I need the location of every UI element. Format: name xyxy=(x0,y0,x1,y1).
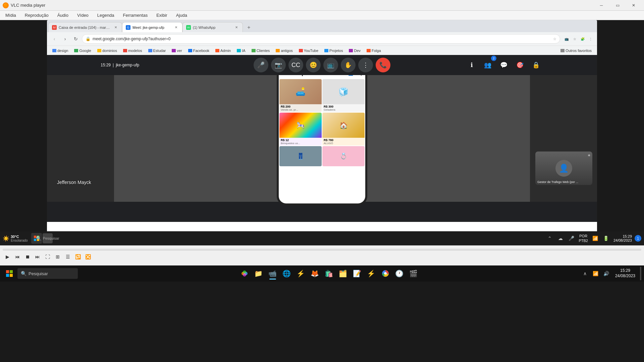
whatsapp-favicon: W xyxy=(186,25,191,30)
taskbar-files[interactable]: 📁 xyxy=(252,267,265,280)
notification-badge[interactable]: 1 xyxy=(635,235,641,242)
windows-clock[interactable]: 15:29 24/08/2023 xyxy=(612,268,638,279)
taskbar-webstorm[interactable]: ⚡ xyxy=(365,267,378,280)
taskbar-clock[interactable]: 🕐 xyxy=(393,267,406,280)
taskbar-vlc[interactable]: 🎬 xyxy=(407,267,420,280)
ext-star[interactable]: ☆ xyxy=(571,35,578,43)
vlc-playlist-button[interactable]: ☰ xyxy=(63,252,72,261)
vlc-menu-media[interactable]: Mídia xyxy=(1,11,20,19)
tray-battery[interactable]: 🔋 xyxy=(601,234,611,243)
forward-button[interactable]: › xyxy=(60,34,70,44)
bookmark-folga[interactable]: Folga xyxy=(364,48,384,53)
bookmark-ia[interactable]: IA xyxy=(234,48,248,53)
windows-search-bar[interactable]: 🔍 Pesquisar xyxy=(17,268,78,279)
more-options-button[interactable]: ⋮ xyxy=(358,58,373,72)
tray-cloud[interactable]: ☁ xyxy=(556,234,565,243)
bookmark-google[interactable]: Google xyxy=(71,48,94,53)
taskbar-video-call[interactable]: 📹 xyxy=(266,267,279,280)
bookmark-projetos[interactable]: Projetos xyxy=(322,48,345,53)
bookmark-dev[interactable]: Dev xyxy=(346,48,363,53)
bookmark-modelos[interactable]: modelos xyxy=(120,48,145,53)
bookmark-youtube[interactable]: YouTube xyxy=(296,48,321,53)
tray-chevron[interactable]: ∧ xyxy=(580,269,590,278)
captions-button[interactable]: CC xyxy=(288,58,303,72)
whatsapp-tab-close[interactable]: ✕ xyxy=(234,25,239,30)
vlc-menu-video[interactable]: Vídeo xyxy=(73,11,93,19)
reactions-button[interactable]: 😊 xyxy=(306,58,321,72)
taskbar-firefox[interactable]: 🦊 xyxy=(308,267,322,280)
vlc-extended-button[interactable]: ⊞ xyxy=(53,252,62,261)
taskbar-chrome[interactable] xyxy=(379,267,392,280)
tray-up-arrow[interactable]: ⌃ xyxy=(545,234,554,243)
meet-chat-button[interactable]: 💬 xyxy=(496,58,511,72)
end-call-button[interactable]: 📞 xyxy=(376,58,390,72)
market-item-1: 🛋️ R$ 200 Vende-se, pr... xyxy=(279,79,322,112)
taskbar-filezilla[interactable]: ⚡ xyxy=(294,267,308,280)
meet-participants-button[interactable]: 👥 2 xyxy=(480,58,495,72)
windows-start-button[interactable] xyxy=(3,267,16,280)
bookmark-outros-favoritos[interactable]: Outros favoritos xyxy=(558,48,594,53)
vlc-maximize-button[interactable]: ▭ xyxy=(610,0,625,11)
present-button[interactable]: 📺 xyxy=(323,58,338,72)
taskbar-edge[interactable]: 🌐 xyxy=(280,267,293,280)
vlc-loop-button[interactable]: 🔁 xyxy=(73,252,83,261)
taskbar-explorer[interactable]: 🗂️ xyxy=(336,267,350,280)
tab-whatsapp[interactable]: W (1) WhatsApp ✕ xyxy=(182,22,243,32)
vlc-menu-reproducao[interactable]: Reprodução xyxy=(21,11,53,19)
taskbar-store[interactable]: 🛍️ xyxy=(322,267,336,280)
vlc-play-button[interactable]: ▶ xyxy=(3,252,12,261)
vlc-stop-button[interactable]: ⏹ xyxy=(23,252,32,261)
search-taskbar-inner[interactable]: 🔍 Pesquisar xyxy=(43,233,53,243)
ext-more[interactable]: ⋮ xyxy=(587,35,594,43)
meet-tab-close[interactable]: ✕ xyxy=(173,25,179,30)
bookmark-antigos[interactable]: antigos xyxy=(273,48,295,53)
windows-time: 15:29 xyxy=(615,268,635,274)
bookmark-clientes[interactable]: Clientes xyxy=(249,48,273,53)
reload-button[interactable]: ↻ xyxy=(71,34,80,44)
vlc-random-button[interactable]: 🔀 xyxy=(83,252,93,261)
whatsapp-tab-title: (1) WhatsApp xyxy=(193,25,232,29)
vlc-menu-audio[interactable]: Áudio xyxy=(53,11,72,19)
bookmark-dominios[interactable]: dominios xyxy=(95,48,120,53)
vlc-prev-button[interactable]: ⏮ xyxy=(13,252,22,261)
meet-activities-button[interactable]: 🎯 xyxy=(513,58,527,72)
vlc-menu-legenda[interactable]: Legenda xyxy=(93,11,118,19)
new-tab-button[interactable]: + xyxy=(244,23,254,32)
tray-wifi[interactable]: 📶 xyxy=(591,234,600,243)
taskbar-copilot[interactable] xyxy=(238,267,251,280)
microphone-button[interactable]: 🎤 xyxy=(254,58,268,72)
bookmark-design[interactable]: design xyxy=(50,48,71,53)
vlc-close-button[interactable]: ✕ xyxy=(626,0,641,11)
meet-lock-button[interactable]: 🔒 xyxy=(529,58,543,72)
taskbar-notepad[interactable]: 📝 xyxy=(351,267,364,280)
browser-extensions: 📺 ☆ 🧩 ⋮ xyxy=(563,35,594,43)
tray-mic[interactable]: 🎤 xyxy=(567,234,576,243)
meet-info-button[interactable]: ℹ xyxy=(464,58,479,72)
tab-meet[interactable]: G Meet: jke-gemp-ufp ✕ xyxy=(122,22,182,32)
browser-chrome: M Caixa de entrada (104) - marco... ✕ G … xyxy=(47,20,597,55)
gmail-tab-close[interactable]: ✕ xyxy=(113,25,118,30)
raise-hand-button[interactable]: ✋ xyxy=(341,58,356,72)
windows-taskbar-inner: ☀️ 30°C Ensolarado 🔍 Pesquisar ⌃ ☁ 🎤 POR… xyxy=(0,231,644,245)
bookmark-facebook[interactable]: Facebook xyxy=(185,48,212,53)
address-bar[interactable]: 🔒 meet.google.com/jke-gemp-ufp?authuser=… xyxy=(82,34,560,44)
ext-cast[interactable]: 📺 xyxy=(563,35,570,43)
vlc-next-button[interactable]: ⏭ xyxy=(33,252,42,261)
main-participant-video: 🏠 👥 🛒 🔔 ☰ Marketplace 👤 xyxy=(114,55,530,202)
bookmark-ver[interactable]: ver xyxy=(169,48,184,53)
bookmark-admin[interactable]: Admin xyxy=(213,48,233,53)
vlc-minimize-button[interactable]: ─ xyxy=(594,0,609,11)
show-desktop-button[interactable] xyxy=(640,267,641,280)
tray-wifi-bottom[interactable]: 📶 xyxy=(591,269,600,278)
tab-gmail[interactable]: M Caixa de entrada (104) - marco... ✕ xyxy=(48,22,122,32)
vlc-fullscreen-button[interactable]: ⛶ xyxy=(43,252,52,261)
vlc-menu-ajuda[interactable]: Ajuda xyxy=(172,11,191,19)
tray-battery-bottom[interactable]: 🔊 xyxy=(602,269,611,278)
ext-puzzle[interactable]: 🧩 xyxy=(579,35,586,43)
bookmark-estudar[interactable]: Estudar xyxy=(146,48,169,53)
back-button[interactable]: ‹ xyxy=(50,34,59,44)
camera-button[interactable]: 📷 xyxy=(271,58,286,72)
vlc-menu-ferramentas[interactable]: Ferramentas xyxy=(119,11,152,19)
vlc-menu-exibir[interactable]: Exibir xyxy=(152,11,171,19)
market-item-4-price: R$ 780 xyxy=(324,138,363,142)
